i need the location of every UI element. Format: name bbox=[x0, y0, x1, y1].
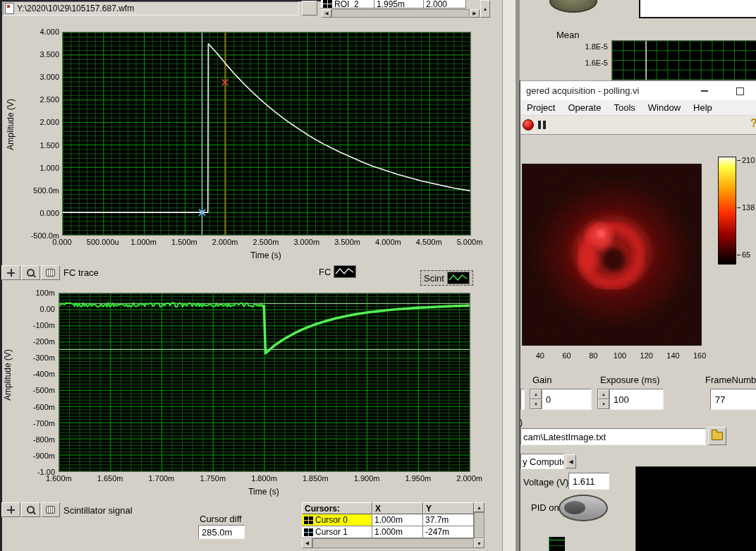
cursor-diff-text: 285.0m bbox=[202, 527, 232, 538]
tick-label: -300m bbox=[33, 353, 55, 362]
scint-x-axis-label: Time (s) bbox=[59, 487, 469, 497]
tick-label: 80 bbox=[580, 351, 606, 360]
tick-label: -700m bbox=[33, 419, 55, 428]
image-path-field[interactable]: cam\LatestImage.txt bbox=[520, 428, 706, 445]
menu-tools[interactable]: Tools bbox=[607, 101, 641, 114]
roi-y-cell[interactable]: 2.000 bbox=[424, 0, 466, 8]
roi-scrollbar-track[interactable] bbox=[331, 9, 470, 18]
abort-button[interactable] bbox=[523, 119, 534, 131]
tick-label: 2.000m bbox=[205, 238, 245, 246]
roi-scroll-left-button[interactable]: ◀ bbox=[322, 9, 331, 18]
cursor-diff-value[interactable]: 285.0m bbox=[198, 525, 245, 539]
tick-label: 160 bbox=[686, 351, 713, 360]
crosshair-icon bbox=[7, 269, 15, 277]
zoom-tool-button[interactable] bbox=[21, 502, 40, 517]
tick-label: 120 bbox=[633, 351, 660, 360]
white-panel-corner bbox=[639, 0, 756, 18]
cursor-tool-button[interactable] bbox=[1, 502, 20, 517]
exposure-value[interactable]: 100 bbox=[610, 389, 629, 409]
pan-tool-button[interactable] bbox=[41, 265, 60, 280]
cursors-scroll-left-button[interactable]: ◀ bbox=[302, 538, 312, 548]
cursor1-name-cell[interactable]: Cursor 1 bbox=[302, 526, 372, 538]
menu-project[interactable]: Project bbox=[520, 101, 561, 114]
tick-label: 0.000 bbox=[39, 209, 59, 217]
fc-x-axis-label: Time (s) bbox=[62, 250, 470, 260]
magnifier-icon bbox=[27, 269, 35, 277]
wfm-path-field[interactable]: Y:\2020\10\29\105157.687.wfm bbox=[3, 1, 299, 16]
roi-name-cell[interactable]: ROI_2 bbox=[321, 0, 374, 8]
mean-graph-plot[interactable] bbox=[611, 40, 756, 80]
zoom-tool-button[interactable] bbox=[21, 265, 40, 280]
computer-item[interactable]: y Computer bbox=[520, 454, 564, 469]
cursors-vscroll-track[interactable] bbox=[474, 512, 484, 538]
framenumber-label: FrameNumber bbox=[705, 375, 756, 385]
help-icon[interactable]: ? bbox=[750, 117, 756, 130]
cursors-y-header: Y bbox=[423, 502, 474, 514]
tick-label: 1.500m bbox=[164, 238, 205, 246]
scint-legend-label: Scint bbox=[424, 273, 444, 284]
tick-label: 40 bbox=[527, 351, 554, 360]
mean-label: Mean bbox=[556, 30, 580, 40]
exposure-spinner[interactable]: ▲▼ 100 bbox=[597, 389, 664, 410]
tick-label: -100m bbox=[33, 321, 55, 329]
browse-button[interactable] bbox=[708, 427, 726, 445]
tick-label: 3.500m bbox=[327, 238, 368, 246]
gain-spinner[interactable]: ▲▼ 0 bbox=[530, 389, 592, 410]
tick-label: 1.700m bbox=[136, 474, 188, 483]
left-panel-scrollbar[interactable] bbox=[502, 0, 516, 551]
minimize-button[interactable] bbox=[688, 81, 721, 101]
fc-legend-label: FC bbox=[319, 267, 331, 277]
color-ramp[interactable] bbox=[718, 157, 736, 265]
gain-spin-buttons[interactable]: ▲▼ bbox=[530, 389, 542, 409]
cursor1-x-cell[interactable]: 1.000m bbox=[372, 526, 423, 538]
cursors-scroll-down-button[interactable]: ▼ bbox=[474, 538, 484, 548]
menu-window[interactable]: Window bbox=[642, 101, 687, 114]
tick-label: 3.000m bbox=[286, 238, 327, 246]
hand-icon bbox=[46, 506, 55, 514]
roi-x-cell[interactable]: 1.995m bbox=[374, 0, 424, 8]
image-x-axis-ticks: 406080100120140160 bbox=[527, 351, 713, 360]
cursor0-name-cell[interactable]: Cursor 0 bbox=[302, 514, 372, 526]
cursor1-y-cell[interactable]: -247m bbox=[423, 526, 474, 538]
decrement-icon[interactable]: ▼ bbox=[598, 399, 609, 409]
decrement-icon[interactable]: ▼ bbox=[530, 399, 542, 409]
ramp-label-max: 210 bbox=[742, 156, 755, 164]
computer-scroll-left-button[interactable]: ◀ bbox=[566, 454, 576, 468]
gain-value[interactable]: 0 bbox=[542, 389, 551, 409]
menu-help[interactable]: Help bbox=[687, 101, 719, 114]
scint-legend-item[interactable]: Scint bbox=[420, 270, 473, 286]
tick-label: 4.500m bbox=[408, 238, 449, 246]
cursors-scroll-up-button[interactable]: ▲ bbox=[474, 502, 484, 512]
fc-graph-plot[interactable] bbox=[62, 32, 471, 236]
scint-waveform-icon bbox=[447, 272, 470, 284]
roi-scroll-right-button[interactable]: ▶ bbox=[470, 9, 480, 18]
increment-icon[interactable]: ▲ bbox=[598, 389, 609, 399]
window-titlebar[interactable]: gered acquisition - polling.vi bbox=[520, 80, 756, 100]
pan-tool-button[interactable] bbox=[41, 502, 60, 517]
menu-operate[interactable]: Operate bbox=[561, 101, 607, 114]
cursor0-x-cell[interactable]: 1.000m bbox=[372, 514, 423, 526]
tick-label: 3.500 bbox=[39, 50, 59, 59]
tick-label: 100m bbox=[35, 289, 55, 297]
ramp-tick bbox=[737, 207, 740, 208]
scintillator-graph-plot[interactable] bbox=[59, 293, 470, 472]
tick-label: 100 bbox=[606, 351, 633, 360]
camera-intensity-image[interactable] bbox=[522, 164, 702, 346]
maximize-button[interactable] bbox=[724, 81, 756, 101]
pause-button[interactable] bbox=[538, 121, 546, 129]
fc-legend-item[interactable]: FC bbox=[319, 265, 356, 278]
tick-label: 60 bbox=[554, 351, 580, 360]
increment-icon[interactable]: ▲ bbox=[530, 389, 542, 399]
secondary-image-display bbox=[635, 466, 756, 551]
tick-label: -800m bbox=[33, 435, 55, 444]
small-unknown-button[interactable] bbox=[302, 1, 317, 16]
cursor0-y-cell[interactable]: 37.7m bbox=[423, 514, 474, 526]
voltage-label: Voltage (V) bbox=[523, 477, 568, 488]
cursor-tool-button[interactable] bbox=[1, 265, 20, 280]
tick-label: 1.600m bbox=[33, 474, 85, 483]
pid-toggle-switch[interactable] bbox=[559, 495, 608, 521]
scint-graph-title: Scintillator signal bbox=[63, 505, 133, 516]
cursors-hscroll-track[interactable] bbox=[312, 538, 474, 548]
exposure-spin-buttons[interactable]: ▲▼ bbox=[598, 389, 610, 409]
roi-scroll-up-button[interactable]: ▲ bbox=[480, 0, 490, 18]
